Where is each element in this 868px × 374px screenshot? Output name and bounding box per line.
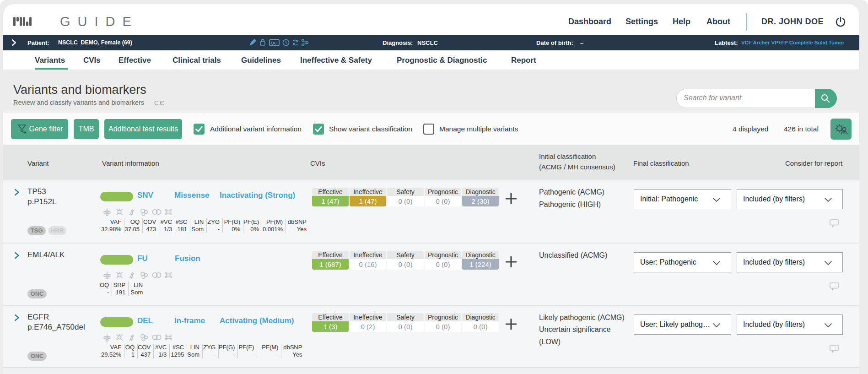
svg-text:QC: QC <box>271 41 277 45</box>
